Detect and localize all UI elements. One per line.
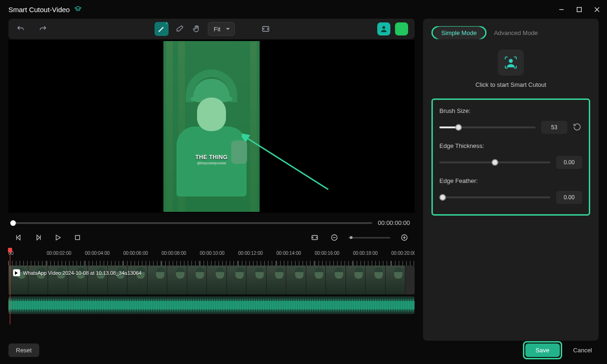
clip-play-icon bbox=[13, 269, 20, 276]
save-button[interactable]: Save bbox=[525, 343, 560, 357]
brush-reset-icon[interactable] bbox=[573, 123, 582, 132]
zoom-out-button[interactable] bbox=[329, 232, 340, 243]
brush-size-slider[interactable] bbox=[439, 126, 536, 128]
clip-name: WhatsApp Video 2024-10-08 at 10.13.08_34… bbox=[23, 270, 141, 276]
timeline-ruler[interactable]: 0000:00:02:0000:00:04:0000:00:06:0000:00… bbox=[8, 250, 415, 266]
close-button[interactable] bbox=[593, 6, 600, 13]
zoom-select[interactable]: Fit bbox=[208, 22, 235, 36]
advanced-mode-tab[interactable]: Advanced Mode bbox=[494, 29, 538, 36]
titlebar: Smart Cutout-Video bbox=[0, 0, 607, 19]
edge-feather-value[interactable]: 0.00 bbox=[556, 191, 582, 204]
editor-panel: Fit THE THING @the bbox=[8, 19, 415, 341]
svg-rect-9 bbox=[76, 236, 80, 240]
save-button-highlight: Save bbox=[523, 341, 562, 359]
zoom-value: Fit bbox=[214, 26, 220, 33]
preview-canvas[interactable]: THE THING @thepocketpodcast bbox=[8, 40, 415, 213]
playback-scrubber[interactable] bbox=[13, 222, 372, 224]
edge-thickness-label: Edge Thickness: bbox=[439, 142, 582, 149]
play-button[interactable] bbox=[52, 232, 64, 243]
audio-track[interactable] bbox=[8, 296, 415, 314]
video-frame: THE THING @thepocketpodcast bbox=[163, 41, 260, 212]
eraser-tool[interactable] bbox=[174, 23, 185, 35]
start-cutout-button[interactable] bbox=[498, 49, 524, 76]
cutout-hint-text: Click to start Smart Cutout bbox=[475, 81, 546, 88]
tutorial-hat-icon[interactable] bbox=[74, 5, 82, 14]
cutout-controls-highlight: Brush Size: 53 Edge Thickness: 0.00 Edge… bbox=[431, 98, 590, 216]
edge-thickness-value[interactable]: 0.00 bbox=[556, 156, 582, 169]
zoom-in-button[interactable] bbox=[399, 232, 410, 243]
timeline[interactable]: 0000:00:02:0000:00:04:0000:00:06:0000:00… bbox=[8, 250, 415, 324]
simple-mode-tab[interactable]: Simple Mode bbox=[434, 27, 484, 39]
reset-button[interactable]: Reset bbox=[8, 343, 39, 357]
background-color-swatch[interactable] bbox=[395, 22, 408, 35]
minimize-button[interactable] bbox=[558, 6, 565, 13]
compare-toggle[interactable] bbox=[260, 23, 271, 35]
video-subcaption: @thepocketpodcast bbox=[197, 161, 226, 165]
svg-rect-1 bbox=[577, 7, 581, 11]
svg-point-5 bbox=[382, 26, 385, 29]
fit-screen-button[interactable] bbox=[309, 232, 320, 243]
video-clip-track[interactable]: WhatsApp Video 2024-10-08 at 10.13.08_34… bbox=[8, 266, 415, 294]
playhead[interactable] bbox=[10, 250, 10, 324]
maximize-button[interactable] bbox=[575, 6, 583, 13]
redo-button[interactable] bbox=[37, 23, 49, 35]
brush-size-value[interactable]: 53 bbox=[541, 121, 567, 134]
simple-mode-tab-highlight: Simple Mode bbox=[431, 26, 487, 39]
properties-panel: Simple Mode Advanced Mode Click to start… bbox=[423, 19, 599, 341]
next-frame-button[interactable] bbox=[33, 232, 44, 243]
edge-feather-label: Edge Feather: bbox=[439, 177, 582, 184]
stop-button[interactable] bbox=[72, 232, 83, 243]
window-title: Smart Cutout-Video bbox=[8, 6, 70, 14]
edge-thickness-slider[interactable] bbox=[439, 161, 551, 163]
subject-overlay-toggle[interactable] bbox=[377, 22, 390, 35]
prev-frame-button[interactable] bbox=[13, 232, 24, 243]
toolbar: Fit bbox=[8, 19, 415, 39]
edge-feather-slider[interactable] bbox=[439, 196, 551, 198]
undo-button[interactable] bbox=[15, 23, 26, 35]
brush-size-label: Brush Size: bbox=[439, 107, 582, 114]
svg-point-16 bbox=[509, 59, 513, 63]
video-caption: THE THING bbox=[195, 154, 227, 161]
clip-label: WhatsApp Video 2024-10-08 at 10.13.08_34… bbox=[13, 269, 141, 276]
cancel-button[interactable]: Cancel bbox=[567, 343, 599, 357]
draw-add-tool[interactable] bbox=[155, 22, 169, 36]
hand-tool[interactable] bbox=[191, 23, 202, 35]
timeline-zoom-slider[interactable] bbox=[348, 237, 390, 238]
timecode: 00:00:00:00 bbox=[378, 219, 410, 226]
